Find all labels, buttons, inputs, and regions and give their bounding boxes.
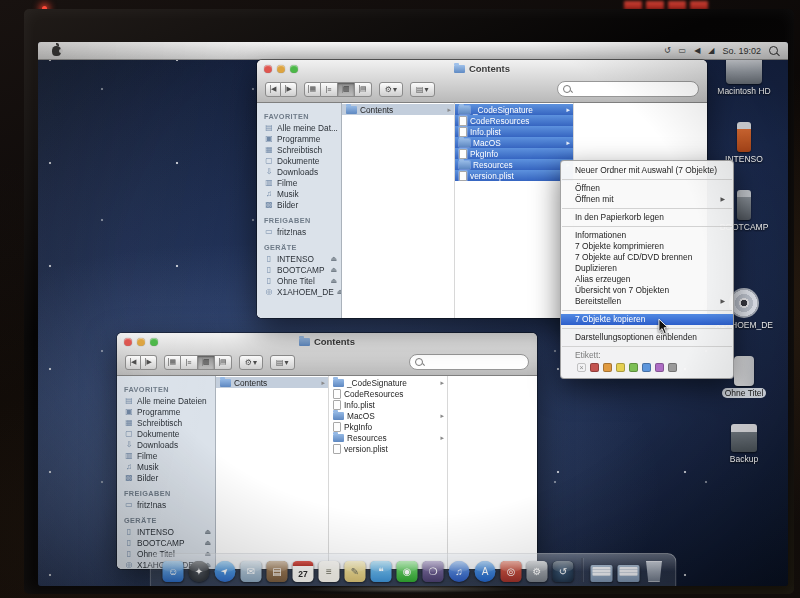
context-menu-item[interactable]: Darstellungsoptionen einblenden [561,332,733,343]
zoom-button[interactable] [290,65,298,73]
volume-icon[interactable]: ◀ [694,46,700,55]
sidebar-item[interactable]: ▥ Filme [117,450,215,461]
desktop-icon-backup[interactable]: Backup [708,424,780,464]
action-menu-button[interactable]: ⚙▾ [239,355,263,370]
context-menu-item[interactable]: Neuer Ordner mit Auswahl (7 Objekte) [561,165,733,176]
eject-icon[interactable]: ⏏ [330,255,337,263]
label-swatch-gray[interactable] [668,363,677,372]
eject-icon[interactable]: ⏏ [204,539,211,547]
eject-icon[interactable]: ⏏ [330,266,337,274]
zoom-button[interactable] [150,338,158,346]
eject-icon[interactable]: ⏏ [204,528,211,536]
file-row[interactable]: version.plist [455,170,573,181]
sidebar-item[interactable]: ♫ Musik [257,188,341,199]
list-view-button[interactable]: ≡ [181,355,198,370]
file-row[interactable]: CodeResources [329,388,447,399]
eject-icon[interactable]: ⏏ [330,277,337,285]
dock-icon-system-preferences[interactable]: ⚙ [527,561,548,582]
context-menu-item[interactable]: Bereitstellen ▶ [561,296,733,307]
arrange-menu-button[interactable]: ▤▾ [270,355,295,370]
desktop-icon-macintosh-hd[interactable]: Macintosh HD [708,54,780,96]
sidebar-item[interactable]: ▭ fritz!nas [257,226,341,237]
dock-icon-calendar[interactable]: 27 [293,561,314,582]
sidebar-item[interactable]: ♫ Musik [117,461,215,472]
close-button[interactable] [264,65,272,73]
label-swatch-purple[interactable] [655,363,664,372]
wifi-icon[interactable]: ◢ [708,46,714,55]
context-menu-item[interactable]: Informationen [561,230,733,241]
sidebar-item[interactable]: ▩ Bilder [117,472,215,483]
sidebar-item[interactable]: ▭ fritz!nas [117,499,215,510]
file-row[interactable]: Info.plist [329,399,447,410]
dock-icon-time-machine[interactable]: ↺ [553,561,574,582]
sidebar-item[interactable]: ⇩ Downloads [257,166,341,177]
time-machine-icon[interactable]: ↺ [664,46,671,55]
file-row[interactable]: _CodeSignature ▸ [329,377,447,388]
file-row[interactable]: MacOS ▸ [455,137,573,148]
spotlight-icon[interactable] [769,46,778,55]
file-row[interactable]: PkgInfo [329,421,447,432]
file-row[interactable]: Resources ▸ [329,432,447,443]
dock-icon-safari[interactable]: ➤ [215,561,236,582]
context-menu-item[interactable]: Öffnen mit ▶ [561,194,733,205]
eject-icon[interactable]: ⏏ [337,288,341,296]
context-menu-item[interactable]: 7 Objekte komprimieren [561,241,733,252]
search-input[interactable] [574,84,693,95]
sidebar-item[interactable]: ▢ Dokumente [257,155,341,166]
close-button[interactable] [124,338,132,346]
desktop-icon-intenso[interactable]: INTENSO [708,122,780,164]
dock-icon-mail[interactable]: ✉ [241,561,262,582]
file-row[interactable]: Contents ▸ [216,377,328,388]
file-row[interactable]: _CodeSignature ▸ [455,104,573,115]
sidebar-item[interactable]: ▯ INTENSO ⏏ [117,526,215,537]
search-field[interactable] [557,81,699,97]
label-swatch-blue[interactable] [642,363,651,372]
context-menu-item[interactable]: Alias erzeugen [561,274,733,285]
sidebar-item[interactable]: ▩ Bilder [257,199,341,210]
context-menu-item[interactable]: Duplizieren [561,263,733,274]
column-view-button[interactable]: ▥ [198,355,215,370]
coverflow-view-button[interactable]: ▤ [355,82,372,97]
minimize-button[interactable] [137,338,145,346]
sidebar-item[interactable]: ▣ Programme [257,133,341,144]
dock-icon-contacts[interactable]: ▤ [267,561,288,582]
file-row[interactable]: PkgInfo [455,148,573,159]
window-titlebar[interactable]: Contents [257,60,707,77]
sidebar-item[interactable]: ▯ INTENSO ⏏ [257,253,341,264]
action-menu-button[interactable]: ⚙▾ [379,82,403,97]
minimize-button[interactable] [277,65,285,73]
label-swatch-green[interactable] [629,363,638,372]
file-row[interactable]: Info.plist [455,126,573,137]
search-field[interactable] [409,354,529,370]
downloads-stack-icon[interactable] [618,565,640,582]
file-row[interactable]: version.plist [329,443,447,454]
dock-icon-messages[interactable]: ❝ [371,561,392,582]
sidebar-item[interactable]: ▥ Filme [257,177,341,188]
arrange-menu-button[interactable]: ▤▾ [410,82,435,97]
menu-bar-clock[interactable]: So. 19:02 [722,46,761,56]
display-icon[interactable]: ▭ [679,46,687,55]
sidebar-item[interactable]: ▤ Alle meine Dat... [257,122,341,133]
context-menu-item[interactable]: In den Papierkorb legen [561,212,733,223]
forward-button[interactable]: ▶ [141,355,156,370]
sidebar-item[interactable]: ▤ Alle meine Dateien [117,395,215,406]
dock-icon-facetime[interactable]: ◉ [397,561,418,582]
icon-view-button[interactable]: ▦ [304,82,321,97]
window-chrome[interactable]: Contents ◀ ▶ ▦ ≡ ▥ ▤ ⚙▾ ▤▾ [117,333,537,376]
sidebar-item[interactable]: ◎ X1AHOEM_DE ⏏ [257,286,341,297]
context-menu-item[interactable]: 7 Objekte kopieren [561,314,733,325]
back-button[interactable]: ◀ [265,82,281,97]
context-menu-item[interactable]: Übersicht von 7 Objekten [561,285,733,296]
column-view-button[interactable]: ▥ [338,82,355,97]
sidebar-item[interactable]: ▯ BOOTCAMP ⏏ [257,264,341,275]
window-titlebar[interactable]: Contents [117,333,537,350]
context-menu-item[interactable]: 7 Objekte auf CD/DVD brennen [561,252,733,263]
dock-icon-launchpad[interactable]: ✦ [189,561,210,582]
dock-icon-dvd-player[interactable]: ◎ [501,561,522,582]
icon-view-button[interactable]: ▦ [164,355,181,370]
trash-icon[interactable] [645,561,664,582]
dock-icon-notes[interactable]: ✎ [345,561,366,582]
apple-menu-icon[interactable] [52,46,61,56]
file-row[interactable]: Contents ▸ [342,104,454,115]
list-view-button[interactable]: ≡ [321,82,338,97]
